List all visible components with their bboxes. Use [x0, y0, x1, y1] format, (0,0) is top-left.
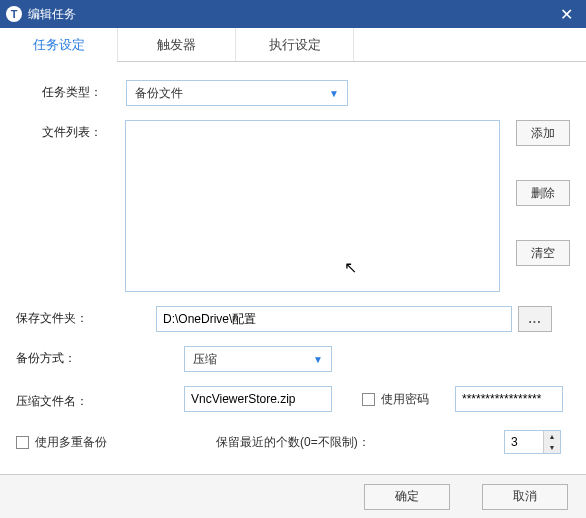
cancel-button[interactable]: 取消 — [482, 484, 568, 510]
delete-button[interactable]: 删除 — [516, 180, 570, 206]
ok-button[interactable]: 确定 — [364, 484, 450, 510]
tab-execution[interactable]: 执行设定 — [236, 28, 354, 61]
task-type-select[interactable]: 备份文件 ▼ — [126, 80, 348, 106]
backup-mode-select[interactable]: 压缩 ▼ — [184, 346, 332, 372]
label-task-type: 任务类型： — [16, 80, 126, 101]
tab-strip: 任务设定 触发器 执行设定 — [0, 28, 586, 62]
clear-button[interactable]: 清空 — [516, 240, 570, 266]
add-button[interactable]: 添加 — [516, 120, 570, 146]
zip-name-input[interactable] — [184, 386, 332, 412]
keep-recent-input[interactable] — [505, 431, 543, 453]
label-multi-backup: 使用多重备份 — [35, 434, 107, 451]
backup-mode-value: 压缩 — [193, 351, 217, 368]
save-folder-input[interactable] — [156, 306, 512, 332]
password-input[interactable] — [455, 386, 563, 412]
label-backup-mode: 备份方式： — [16, 346, 184, 367]
titlebar: T 编辑任务 ✕ — [0, 0, 586, 28]
label-zip-name: 压缩文件名： — [16, 389, 184, 410]
task-type-value: 备份文件 — [135, 85, 183, 102]
close-icon[interactable]: ✕ — [546, 0, 586, 28]
app-icon: T — [6, 6, 22, 22]
footer: 确定 取消 — [0, 474, 586, 518]
window-title: 编辑任务 — [28, 6, 76, 23]
label-use-password: 使用密码 — [381, 391, 429, 408]
label-file-list: 文件列表： — [16, 120, 125, 141]
spin-down-icon[interactable]: ▼ — [544, 442, 560, 453]
label-keep-recent: 保留最近的个数(0=不限制)： — [216, 434, 416, 451]
chevron-down-icon: ▼ — [313, 354, 323, 365]
multi-backup-checkbox[interactable] — [16, 436, 29, 449]
spin-up-icon[interactable]: ▲ — [544, 431, 560, 442]
browse-button[interactable]: ... — [518, 306, 552, 332]
content-area: 任务类型： 备份文件 ▼ 文件列表： 添加 删除 清空 保存文件夹： ... 备… — [0, 62, 586, 478]
file-list-box[interactable] — [125, 120, 500, 292]
keep-recent-stepper[interactable]: ▲ ▼ — [504, 430, 561, 454]
use-password-checkbox[interactable] — [362, 393, 375, 406]
chevron-down-icon: ▼ — [329, 88, 339, 99]
tab-triggers[interactable]: 触发器 — [118, 28, 236, 61]
label-save-folder: 保存文件夹： — [16, 306, 156, 327]
tab-task-settings[interactable]: 任务设定 — [0, 28, 118, 61]
